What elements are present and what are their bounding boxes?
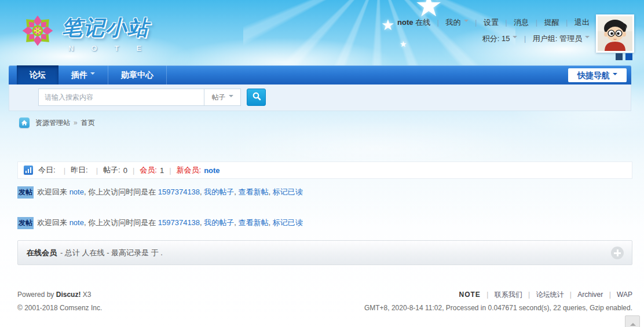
- separator: |: [528, 291, 530, 299]
- back-to-top-button[interactable]: [625, 315, 640, 327]
- star-icon: ★: [381, 16, 394, 34]
- menu-messages[interactable]: 消息: [514, 18, 529, 27]
- discuz-link[interactable]: Discuz!: [56, 291, 81, 299]
- search-button[interactable]: [247, 89, 266, 106]
- footer-site-name: NOTE: [459, 291, 481, 299]
- post-badge[interactable]: 发帖: [17, 186, 34, 199]
- separator: |: [96, 166, 98, 175]
- menu-my[interactable]: 我的: [446, 18, 461, 27]
- footer-left: Powered by Discuz! X3 © 2001-2018 Comsen…: [17, 288, 102, 315]
- separator: |: [437, 19, 439, 27]
- decoration-square-dark: [616, 53, 623, 60]
- nav-item-label: 论坛: [30, 70, 46, 79]
- new-member-link[interactable]: note: [204, 166, 219, 175]
- last-visit-timestamp-link[interactable]: 1597374138: [158, 218, 200, 227]
- stat-members-value: 1: [160, 166, 164, 175]
- contact-us-link[interactable]: 联系我们: [495, 291, 522, 299]
- username-link[interactable]: note: [69, 188, 84, 196]
- welcome-message: 发帖欢迎回来 note, 你上次访问时间是在 1597374138, 我的帖子,…: [17, 186, 303, 199]
- avatar-image: [598, 16, 632, 51]
- username-link[interactable]: note: [397, 18, 413, 27]
- avatar[interactable]: [596, 14, 634, 53]
- my-posts-link[interactable]: 我的帖子: [204, 188, 234, 196]
- chevron-down-icon: [513, 36, 517, 41]
- expand-icon[interactable]: [611, 247, 624, 259]
- stat-newmember-label: 新会员:: [177, 165, 202, 175]
- separator: |: [524, 35, 526, 43]
- welcome-text: , 你上次访问时间是在: [84, 218, 158, 227]
- search-type-label: 帖子: [212, 93, 226, 102]
- credits-label: 积分:: [482, 34, 500, 43]
- stat-posts-label: 帖子:: [103, 165, 120, 175]
- online-status: 在线: [415, 18, 430, 27]
- stat-today-label: 今日:: [38, 165, 56, 175]
- menu-reminders[interactable]: 提醒: [544, 18, 559, 27]
- home-icon[interactable]: [19, 117, 30, 128]
- credits-value[interactable]: 15: [502, 34, 510, 43]
- forum-page: ★ ★ ★: [0, 0, 644, 327]
- nav-item-forum[interactable]: 论坛: [17, 65, 58, 84]
- forum-stats-bar: 今日: | 昨日: | 帖子:0 | 会员:1 | 新会员:note: [17, 161, 632, 179]
- welcome-text: ,: [234, 188, 238, 196]
- my-posts-link[interactable]: 我的帖子: [204, 218, 234, 227]
- user-menu-row: note 在线 | 我的 | 设置 | 消息 | 提醒 | 退出: [397, 17, 590, 28]
- nav-items: 论坛 插件 勋章中心: [17, 65, 631, 84]
- separator: |: [169, 166, 171, 175]
- online-members-summary: - 总计 人在线 - 最高记录是 于 .: [60, 248, 163, 258]
- breadcrumb-separator: »: [74, 119, 78, 127]
- separator: |: [133, 166, 134, 175]
- forum-stats-link[interactable]: 论坛统计: [536, 291, 564, 299]
- archiver-link[interactable]: Archiver: [577, 291, 603, 299]
- site-title: 笔记小站: [61, 14, 159, 42]
- arrow-up-icon: [630, 320, 636, 326]
- breadcrumb-current: 首页: [81, 118, 95, 128]
- menu-settings[interactable]: 设置: [484, 18, 499, 27]
- nav-item-medal-center[interactable]: 勋章中心: [108, 65, 167, 84]
- welcome-text: ,: [269, 218, 273, 227]
- quick-nav-label: 快捷导航: [577, 71, 610, 80]
- welcome-message: 发帖欢迎回来 note, 你上次访问时间是在 1597374138, 我的帖子,…: [17, 217, 303, 229]
- nav-item-plugins[interactable]: 插件: [58, 65, 108, 84]
- powered-by-text: Powered by: [17, 291, 54, 299]
- separator: |: [486, 291, 488, 299]
- stat-members-label: 会员:: [140, 165, 157, 175]
- view-new-posts-link[interactable]: 查看新帖: [239, 188, 269, 196]
- post-badge[interactable]: 发帖: [17, 217, 34, 229]
- chevron-down-icon: [585, 36, 590, 41]
- last-visit-timestamp-link[interactable]: 1597374138: [158, 188, 200, 196]
- mark-read-link[interactable]: 标记已读: [273, 218, 303, 227]
- search-type-select[interactable]: 帖子: [204, 89, 241, 106]
- separator: |: [64, 166, 65, 175]
- wap-link[interactable]: WAP: [617, 291, 632, 299]
- chevron-down-icon: [464, 20, 469, 24]
- decoration-square-blue: [625, 53, 632, 60]
- stat-posts-value: 0: [123, 166, 127, 175]
- mark-read-link[interactable]: 标记已读: [273, 188, 303, 196]
- logo-text: 笔记小站 NOTE: [61, 14, 159, 53]
- separator: |: [475, 19, 477, 27]
- welcome-text: 欢迎回来: [37, 218, 69, 227]
- footer-right: NOTE | 联系我们 | 论坛统计 | Archiver | WAP GMT+…: [364, 288, 632, 315]
- search-icon: [252, 91, 261, 103]
- powered-by-line: Powered by Discuz! X3: [17, 288, 102, 302]
- view-new-posts-link[interactable]: 查看新帖: [239, 218, 269, 227]
- quick-nav-button[interactable]: 快捷导航: [568, 68, 627, 82]
- welcome-text: , 你上次访问时间是在: [84, 188, 158, 196]
- welcome-text: ,: [269, 188, 273, 196]
- version-text: X3: [83, 291, 92, 299]
- chevron-down-icon: [229, 95, 233, 100]
- site-logo[interactable]: 笔记小站 NOTE: [21, 14, 159, 53]
- breadcrumb-root-link[interactable]: 资源管理站: [35, 118, 70, 128]
- bar-chart-icon: [24, 166, 33, 175]
- separator: |: [570, 291, 572, 299]
- separator: |: [566, 19, 568, 27]
- nav-item-label: 勋章中心: [121, 70, 153, 79]
- username-link[interactable]: note: [69, 218, 84, 227]
- usergroup-label: 用户组:: [533, 34, 558, 43]
- footer-links-line: NOTE | 联系我们 | 论坛统计 | Archiver | WAP: [364, 288, 632, 302]
- usergroup-value[interactable]: 管理员: [559, 34, 582, 43]
- search-input[interactable]: [38, 89, 204, 106]
- stat-yesterday-label: 昨日:: [71, 165, 88, 175]
- menu-logout[interactable]: 退出: [575, 18, 590, 27]
- breadcrumb: 资源管理站 » 首页: [19, 117, 95, 128]
